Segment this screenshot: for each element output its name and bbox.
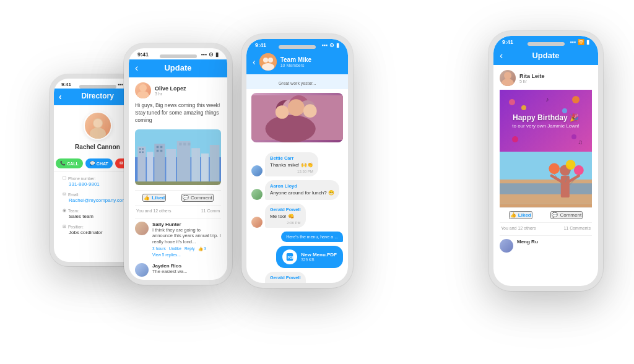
status-bar-2: 9:41 ▪▪▪ ⊙ ▮: [129, 48, 227, 59]
comment-count: 11 Comm: [201, 209, 220, 213]
meng-ru-avatar: [500, 239, 513, 253]
svg-point-29: [262, 63, 274, 71]
avatar-svg-1: [86, 115, 110, 139]
commenter-name-2: Jayden Rios: [152, 263, 188, 269]
msg-row-2: Aaron Lloyd Anyone around for lunch? 😁: [251, 180, 343, 199]
sent-message: Here's the menu, have a ...: [281, 232, 343, 242]
msg-row-1: Bettie Carr Thanks mike! 🙌👏 12:50 PM: [251, 152, 343, 176]
comment-icon: 💬: [183, 195, 189, 201]
call-button[interactable]: 📞 CALL: [56, 158, 83, 168]
author-name-4: Rita Leite: [519, 73, 545, 79]
system-msg-text: Great work yester...: [279, 81, 316, 85]
msg-sender-2: Aaron Lloyd: [270, 183, 334, 189]
pdf-file-icon: PDF: [285, 253, 294, 261]
svg-point-28: [268, 58, 273, 63]
post-time-4: 5 hr: [519, 79, 545, 84]
svg-point-27: [263, 58, 268, 63]
avatar-1: [84, 111, 112, 140]
post-image: [135, 129, 221, 185]
time-2: 9:41: [137, 51, 149, 58]
phone-label-icon: ☐: [63, 176, 66, 181]
birthday-subtitle: to our very own Jammie Lown!: [512, 123, 580, 129]
post-text: Hi guys, Big news coming this week! Stay…: [135, 102, 221, 124]
post-content: Olive Lopez 3 hr Hi guys, Big news comin…: [129, 77, 227, 280]
meng-ru-body: Meng Ru: [517, 239, 538, 253]
email-value: Rachel@mycompany.com: [69, 197, 132, 203]
back-arrow-2[interactable]: ‹: [135, 63, 138, 74]
svg-rect-21: [157, 150, 158, 152]
svg-rect-24: [183, 142, 186, 145]
phones-container: 9:41 ▪▪▪ ⊙ ▮ ‹ Directory: [0, 0, 634, 364]
svg-point-35: [266, 115, 316, 142]
svg-rect-22: [160, 150, 162, 152]
phone-update-feed: 9:41 ▪▪▪ ⊙ ▮ ‹ Update: [124, 43, 232, 285]
pdf-icon: PDF: [282, 249, 297, 264]
svg-point-2: [93, 119, 102, 128]
position-value: Jobs cordinator: [69, 230, 132, 235]
back-arrow-1[interactable]: ‹: [59, 92, 62, 102]
svg-rect-8: [147, 152, 153, 181]
post-actions-4: 👍 Liked 💬 Comment: [500, 207, 592, 223]
status-icons-2: ▪▪▪ ⊙ ▮: [201, 51, 219, 58]
position-label: ⊞ Position:: [63, 224, 132, 229]
svg-point-38: [303, 104, 317, 118]
status-icons-4: ▪▪▪ 🛜 ▮: [570, 39, 589, 45]
svg-rect-47: [561, 176, 570, 197]
comment-avatar-1: [135, 222, 149, 235]
thumb-up-icon: 👍: [144, 195, 150, 201]
email-label-icon: ✉: [63, 192, 66, 197]
comment-body-2: Jayden Rios The easiest wa...: [152, 263, 188, 277]
comment-button-4[interactable]: 💬 Comment: [550, 211, 583, 219]
msg-bubble-3: Gerald Powell Me too! 👊 2:06 PM: [265, 204, 306, 228]
pdf-info: New Menu.PDF 329 KB: [301, 252, 337, 262]
svg-point-36: [276, 105, 289, 119]
status-bar-3: 9:41 ▪▪▪ ⊙ ▮: [246, 39, 348, 50]
svg-rect-16: [142, 148, 144, 150]
author-info-4: Rita Leite 5 hr: [519, 73, 545, 84]
sent-msg-text: Here's the menu, have a ...: [286, 235, 338, 239]
post-author-4: Rita Leite 5 hr: [500, 70, 592, 86]
battery-icon-2: ▮: [215, 51, 219, 58]
author-info: Olive Lopez 3 hr: [155, 85, 186, 96]
svg-rect-10: [166, 149, 176, 181]
svg-rect-23: [179, 142, 181, 145]
post-time: 3 hr: [155, 92, 186, 96]
confetti-5: [512, 136, 518, 142]
signal-icon-4: ▪▪▪: [570, 39, 576, 45]
svg-rect-19: [157, 145, 158, 147]
team-label-icon: ◉: [63, 208, 66, 213]
like-button-4[interactable]: 👍 Liked: [509, 211, 532, 219]
city-image-svg: [135, 129, 221, 185]
comment-avatar-2: [135, 263, 149, 277]
author-avatar-4: [500, 70, 516, 86]
comment-count-4: 11 Comments: [563, 226, 591, 230]
comment-button-2[interactable]: 💬 Comment: [181, 194, 214, 202]
directory-title: Directory: [81, 92, 114, 100]
music-note: ♪: [546, 96, 549, 103]
comment-text-2: The easiest wa...: [152, 269, 188, 275]
chat-button[interactable]: 💬 CHAT: [85, 158, 113, 168]
view-replies[interactable]: View 5 replies...: [152, 253, 221, 257]
msg-bubble-1: Bettie Carr Thanks mike! 🙌👏 12:50 PM: [265, 152, 318, 176]
phone-birthday: 9:41 ▪▪▪ 🛜 ▮ ‹ Update: [489, 31, 603, 291]
confetti-2: [521, 105, 526, 110]
svg-rect-9: [154, 144, 165, 181]
svg-point-49: [566, 160, 576, 170]
chat-members: 10 Members: [280, 63, 311, 67]
phone-value: 331-880-9801: [69, 181, 132, 187]
team-avatar-svg: [259, 53, 277, 71]
comment-2: Jayden Rios The easiest wa...: [135, 260, 221, 280]
comment-text-1: I think they are going to announce this …: [152, 227, 221, 245]
svg-rect-14: [210, 145, 220, 181]
time-3: 9:41: [255, 42, 266, 48]
status-bar-4: 9:41 ▪▪▪ 🛜 ▮: [493, 36, 598, 47]
chat-name: Team Mike: [280, 56, 311, 63]
back-arrow-4[interactable]: ‹: [500, 50, 503, 61]
back-arrow-3[interactable]: ‹: [253, 57, 256, 67]
beach-photo: [500, 152, 592, 207]
post-content-4: Rita Leite 5 hr ♪ ♫ Happy Birthd: [493, 65, 598, 259]
svg-text:PDF: PDF: [288, 256, 295, 259]
pdf-name: New Menu.PDF: [301, 252, 337, 258]
status-icons-3: ▪▪▪ ⊙ ▮: [321, 42, 339, 48]
like-button-2[interactable]: 👍 Liked: [142, 194, 166, 202]
